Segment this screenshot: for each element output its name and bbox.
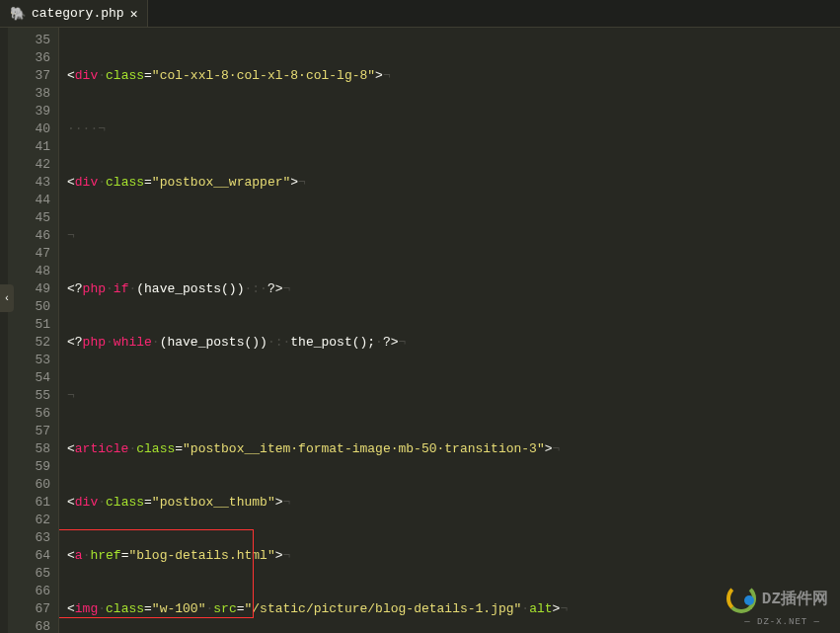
line-number: 39 xyxy=(18,103,50,120)
line-number: 46 xyxy=(18,227,50,245)
editor-area: ‹ 35363738394041424344454647484950515253… xyxy=(0,28,840,633)
close-icon[interactable]: ✕ xyxy=(130,6,138,22)
line-number: 40 xyxy=(18,120,50,138)
line-number: 59 xyxy=(18,458,50,476)
code-line: ¬ xyxy=(67,387,840,405)
watermark: DZ插件网 xyxy=(726,584,828,613)
tab-bar: 🐘 category.php ✕ xyxy=(0,0,840,28)
line-number: 57 xyxy=(18,423,50,440)
line-number: 56 xyxy=(18,405,50,423)
line-number: 47 xyxy=(18,245,50,263)
line-number: 43 xyxy=(18,174,50,192)
line-number: 66 xyxy=(18,583,50,600)
tab-filename: category.php xyxy=(32,6,124,21)
line-number: 50 xyxy=(18,298,50,316)
line-number: 61 xyxy=(18,494,50,512)
line-number: 49 xyxy=(18,280,50,298)
code-content[interactable]: <div·class="col-xxl-8·col-xl-8·col-lg-8"… xyxy=(59,28,840,633)
line-number: 41 xyxy=(18,138,50,156)
line-number: 45 xyxy=(18,209,50,227)
line-number: 54 xyxy=(18,369,50,387)
line-number: 62 xyxy=(18,512,50,529)
code-line: <div·class="postbox__wrapper">¬ xyxy=(67,174,840,192)
line-number: 36 xyxy=(18,49,50,67)
line-number: 63 xyxy=(18,529,50,547)
code-line: ····¬ xyxy=(67,120,840,138)
line-number: 64 xyxy=(18,547,50,565)
code-line: <?php·while·(have_posts())·:·the_post();… xyxy=(67,334,840,352)
code-line: <a·href="blog-details.html">¬ xyxy=(67,547,840,565)
code-line: <img·class="w-100"·src="/static/picture/… xyxy=(67,600,840,618)
watermark-sub: — DZ-X.NET — xyxy=(744,617,820,627)
line-number: 58 xyxy=(18,440,50,458)
tab-category-php[interactable]: 🐘 category.php ✕ xyxy=(0,0,148,27)
sidebar-toggle[interactable]: ‹ xyxy=(0,284,14,312)
line-number-gutter: 3536373839404142434445464748495051525354… xyxy=(0,28,59,633)
code-line: <div·class="postbox__thumb">¬ xyxy=(67,494,840,512)
watermark-text: DZ插件网 xyxy=(762,589,828,609)
line-number: 52 xyxy=(18,334,50,352)
watermark-logo-icon xyxy=(726,584,756,613)
line-number: 68 xyxy=(18,618,50,633)
code-line: <article·class="postbox__item·format-ima… xyxy=(67,440,840,458)
line-number: 44 xyxy=(18,192,50,209)
line-number: 35 xyxy=(18,32,50,49)
line-number: 60 xyxy=(18,476,50,494)
line-number: 38 xyxy=(18,85,50,103)
line-number: 67 xyxy=(18,600,50,618)
line-number: 65 xyxy=(18,565,50,583)
line-number: 51 xyxy=(18,316,50,334)
line-number: 55 xyxy=(18,387,50,405)
line-number: 42 xyxy=(18,156,50,174)
line-number: 53 xyxy=(18,352,50,369)
code-line: ¬ xyxy=(67,227,840,245)
line-number: 48 xyxy=(18,263,50,280)
code-line: <div·class="col-xxl-8·col-xl-8·col-lg-8"… xyxy=(67,67,840,85)
code-line: <?php·if·(have_posts())·:·?>¬ xyxy=(67,280,840,298)
php-icon: 🐘 xyxy=(10,6,26,22)
line-number: 37 xyxy=(18,67,50,85)
